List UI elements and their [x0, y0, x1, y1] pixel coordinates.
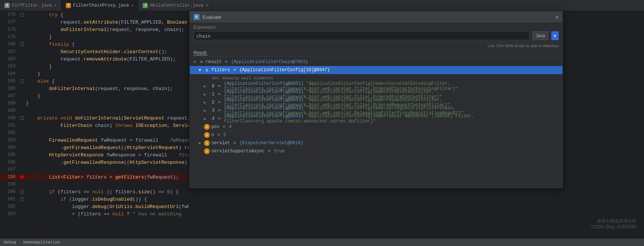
code-line-196: 196 .getFirewalledResponse((HttpServletR…	[0, 159, 188, 166]
code-content-193: FirewalledRequest fwRequest = firewall f…	[26, 138, 188, 143]
tab-filterchainproxy[interactable]: J FilterChainProxy.java ×	[61, 0, 139, 11]
line-num-181: 181	[0, 49, 18, 54]
code-line-184: 184 }	[0, 70, 188, 77]
tab-csrffilter[interactable]: J CsrfFilter.java ×	[0, 0, 61, 11]
panel-close-button[interactable]: ✕	[556, 14, 559, 20]
code-line-182: 182 request.removeAttribute(FILTER_APPLI…	[0, 55, 188, 63]
tree-icon-filters: i	[204, 67, 210, 73]
line-num-183: 183	[0, 64, 18, 69]
code-content-180: finally {	[26, 42, 188, 47]
breakpoint-198[interactable]	[20, 175, 24, 179]
tab-icon-hellocontroller: J	[143, 3, 148, 8]
tree-key-filter-1: 1	[209, 92, 214, 97]
code-line-199: 199	[0, 181, 188, 188]
code-line-198: 198 List<Filter> filters = getFilters(fw…	[0, 173, 188, 181]
line-num-202: 202	[0, 204, 18, 209]
tree-item-n[interactable]: i n = 5	[190, 131, 562, 139]
tab-bar: J CsrfFilter.java × J FilterChainProxy.j…	[0, 0, 644, 11]
tree-key-result: ∞ result	[200, 59, 222, 65]
tab-close-hellocontroller[interactable]: ×	[206, 3, 208, 8]
code-content-198: List<Filter> filters = getFilters(fwRequ…	[26, 174, 188, 180]
code-line-177: 177 request.setAttribute(FILTER_APPLIED,…	[0, 18, 188, 26]
line-icon-190: −	[18, 116, 26, 120]
code-content-195: HttpServletResponse fwResponse = firewal…	[26, 152, 188, 158]
code-content-178: doFilterInternal(request, response, chai…	[26, 27, 188, 32]
code-line-183: 183 }	[0, 63, 188, 70]
code-content-196: .getFirewalledResponse((HttpServletRespo…	[26, 160, 188, 165]
tree-val-pos: 4	[229, 124, 231, 129]
tree-expand-filter-2[interactable]: ▶	[204, 100, 209, 105]
code-content-181: SecurityContextHolder.clearContext();	[26, 49, 188, 55]
panel-title: Evaluate	[202, 14, 553, 20]
line-num-182: 182	[0, 56, 18, 62]
fold-200[interactable]: −	[20, 190, 24, 194]
fold-180[interactable]: −	[20, 42, 24, 46]
line-icon-198	[18, 175, 26, 179]
line-icon-180: −	[18, 42, 26, 46]
tree-icon-pos: i	[204, 124, 210, 130]
tree-expand-filter-1[interactable]: ▶	[204, 92, 209, 97]
tree-key-filter-0: 0	[209, 84, 214, 89]
code-line-202: 202 logger.debug(UrlUtils.buildRequestUr…	[0, 203, 188, 210]
code-content-185: else {	[26, 79, 188, 84]
tree-expand-filter-0[interactable]: ▶	[204, 84, 209, 89]
code-content-182: request.removeAttribute(FILTER_APPLIED);	[26, 56, 188, 62]
expression-input[interactable]	[194, 31, 529, 40]
code-line-197: 197	[0, 166, 188, 173]
code-content-191: FilterChain chain) throws IOException, S…	[26, 123, 188, 128]
tree-expand-filter-3[interactable]: ▶	[204, 108, 209, 113]
fold-185[interactable]: −	[20, 79, 24, 83]
line-num-184: 184	[0, 71, 18, 76]
code-content-177: request.setAttribute(FILTER_APPLIED, Boo…	[26, 20, 188, 25]
tree-item-pos[interactable]: i pos = 4	[190, 123, 562, 131]
tree-expand-servlet[interactable]: ▶	[199, 141, 204, 145]
line-num-198: 198	[0, 174, 18, 180]
tree-icon-servlet: i	[204, 140, 210, 146]
tree-item-servlet[interactable]: ▶ i servlet = {DispatcherServlet@8018}	[190, 139, 562, 147]
tree-val-filter-4: {ApplicationFilterConfig@9854} "Applicat…	[224, 114, 560, 124]
tree-expand-filter-4[interactable]: ▶	[204, 117, 209, 121]
tree-expand-filters[interactable]: ▼	[199, 68, 204, 72]
expression-row: Java ▼	[194, 31, 559, 40]
tree-key-pos: pos	[211, 124, 219, 129]
code-content-190: private void doFilterInternal(ServletReq…	[26, 115, 188, 121]
code-content-187: }	[26, 93, 188, 99]
tree-item-result[interactable]: ▼ ∞ result = {ApplicationFilterChain@786…	[190, 58, 562, 66]
code-line-191: 191 FilterChain chain) throws IOExceptio…	[0, 122, 188, 129]
fold-190[interactable]: −	[20, 116, 24, 120]
tree-item-filter-4[interactable]: ▶ 4 = {ApplicationFilterConfig@9854} "Ap…	[190, 115, 562, 123]
line-num-199: 199	[0, 182, 18, 187]
code-line-193: 193 FirewalledRequest fwRequest = firewa…	[0, 136, 188, 144]
line-num-197: 197	[0, 167, 18, 172]
line-num-178: 178	[0, 27, 18, 32]
line-icon-201: −	[18, 197, 26, 201]
tab-icon-csrffilter: J	[4, 3, 10, 8]
tree-key-n: n	[211, 132, 214, 138]
code-content-194: .getFirewalledRequest((HttpServletReques…	[26, 145, 188, 150]
lang-dropdown-button[interactable]: ▼	[551, 31, 559, 40]
status-bar: Debug DemoApplication	[0, 239, 644, 246]
code-line-178: 178 doFilterInternal(request, response, …	[0, 26, 188, 33]
line-num-187: 187	[0, 93, 18, 98]
tree-val-servlet: {DispatcherServlet@8018}	[239, 141, 303, 146]
tree-icon-n: i	[204, 132, 210, 138]
tree-val-servletAsync: true	[274, 149, 285, 154]
line-icon-176: −	[18, 13, 26, 17]
evaluate-panel: E Evaluate ✕ Expression: Java ▼ Use Ctrl…	[190, 11, 563, 188]
tab-close-csrffilter[interactable]: ×	[54, 3, 57, 8]
code-line-190: 190 − private void doFilterInternal(Serv…	[0, 114, 188, 122]
tree-expand-result[interactable]: ▼	[194, 60, 199, 64]
code-content-202: logger.debug(UrlUtils.buildRequestUrl(fw…	[26, 204, 188, 209]
fold-201[interactable]: −	[20, 197, 24, 201]
line-num-190: 190	[0, 115, 18, 121]
line-num-180: 180	[0, 42, 18, 47]
lang-select-button[interactable]: Java	[532, 31, 548, 40]
tree-item-servletAsync[interactable]: i servletSupportsAsync = true	[190, 147, 562, 155]
tab-hellocontroller[interactable]: J HelloController.java ×	[138, 0, 213, 11]
tree-key-servlet: servlet	[211, 141, 230, 146]
tab-close-filterchainproxy[interactable]: ×	[131, 3, 134, 8]
watches-hint: Use Ctrl+Shift+Enter to add to Watches	[190, 43, 562, 49]
line-num-195: 195	[0, 152, 18, 157]
fold-176[interactable]: −	[20, 13, 24, 17]
tree-item-filters[interactable]: ▼ i filters = {ApplicationFilterConfig[1…	[190, 66, 562, 74]
